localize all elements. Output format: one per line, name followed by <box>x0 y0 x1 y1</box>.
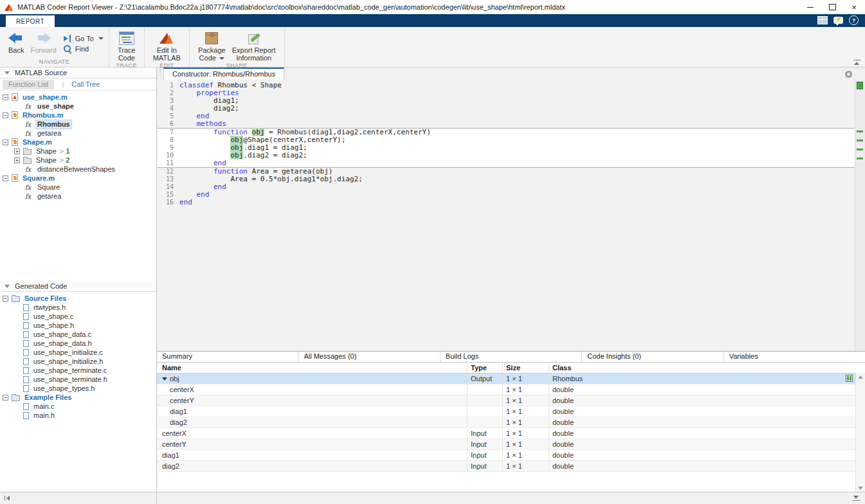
table-row[interactable]: diag21 × 1double <box>157 417 856 428</box>
trace-code-icon <box>119 32 134 45</box>
variables-table-header: Name Type Size Class <box>157 363 856 374</box>
maximize-button[interactable] <box>821 0 843 14</box>
tree-item[interactable]: fxgetarea <box>0 129 156 138</box>
tree-item[interactable]: −Square.m <box>0 174 156 183</box>
tab-variables[interactable]: Variables <box>724 352 865 362</box>
code-text: methods <box>179 120 226 128</box>
scroll-left-icon[interactable] <box>5 496 11 501</box>
collapse-box-icon[interactable]: − <box>3 296 8 302</box>
close-button[interactable]: × <box>843 0 865 14</box>
help-icon[interactable]: ? <box>849 15 859 25</box>
tab-summary[interactable]: Summary <box>157 352 298 362</box>
tab-build-logs[interactable]: Build Logs <box>441 352 582 362</box>
tree-item[interactable]: +Shape>2 <box>0 156 156 165</box>
gear-icon[interactable] <box>845 71 852 78</box>
mfile-script-icon <box>12 93 18 101</box>
column-header-class[interactable]: Class <box>549 363 856 373</box>
tree-item[interactable]: use_shape_terminate.c <box>0 366 156 375</box>
tree-item[interactable]: −Rhombus.m <box>0 111 156 120</box>
tree-item[interactable]: use_shape_terminate.h <box>0 375 156 384</box>
goto-button[interactable]: Go To <box>64 35 104 42</box>
expand-panel-icon[interactable] <box>853 496 860 501</box>
table-row[interactable]: objOutput1 × 1Rhombus <box>157 374 856 384</box>
minimize-button[interactable] <box>799 0 821 14</box>
tree-item[interactable]: rtwtypes.h <box>0 303 156 312</box>
ribbon: Back Forward Go To Find NAVIGATE <box>0 27 865 68</box>
tab-call-tree[interactable]: Call Tree <box>71 80 100 88</box>
tree-item[interactable]: fxRhombus <box>0 120 156 129</box>
code-viewer[interactable]: 1classdef Rhombus < Shape2 properties3 d… <box>157 80 865 351</box>
column-header-name[interactable]: Name <box>157 364 467 372</box>
table-row[interactable]: diag11 × 1double <box>157 406 856 417</box>
cell-type: Input <box>467 450 502 460</box>
tree-item[interactable]: use_shape_data.c <box>0 330 156 339</box>
cell-class: double <box>549 384 856 395</box>
tree-item[interactable]: use_shape_data.h <box>0 339 156 348</box>
collapse-box-icon[interactable]: − <box>3 113 8 118</box>
tree-item[interactable]: use_shape.c <box>0 312 156 321</box>
table-row[interactable]: centerY1 × 1double <box>157 395 856 406</box>
tree-item[interactable]: use_shape_initialize.c <box>0 348 156 357</box>
back-button[interactable]: Back <box>8 30 24 58</box>
code-line: 5 end <box>157 113 855 120</box>
line-number: 9 <box>157 144 179 152</box>
trace-code-button[interactable]: Trace Code <box>118 30 136 62</box>
collapse-box-icon[interactable]: − <box>3 395 8 401</box>
collapse-row-icon[interactable] <box>162 377 167 381</box>
table-row[interactable]: diag1Input1 × 1double <box>157 450 856 461</box>
collapse-box-icon[interactable]: − <box>3 94 8 100</box>
feedback-icon[interactable] <box>833 17 843 24</box>
table-row[interactable]: centerXInput1 × 1double <box>157 428 856 439</box>
column-header-type[interactable]: Type <box>467 363 502 373</box>
tree-item[interactable]: −Example Files <box>0 393 156 402</box>
matlab-source-header[interactable]: MATLAB Source <box>0 68 156 78</box>
layout-icon[interactable] <box>817 16 828 24</box>
expand-box-icon[interactable]: + <box>14 148 20 154</box>
collapse-box-icon[interactable]: − <box>3 176 8 181</box>
scroll-up-icon[interactable] <box>858 375 863 379</box>
tree-item[interactable]: +Shape>1 <box>0 147 156 156</box>
edit-in-matlab-button[interactable]: Edit In MATLAB <box>153 30 181 62</box>
tree-item[interactable]: −use_shape.m <box>0 93 156 102</box>
expand-box-icon[interactable]: + <box>14 158 20 163</box>
export-report-button[interactable]: Export Report Information <box>232 30 276 62</box>
tab-report[interactable]: REPORT <box>6 15 55 27</box>
splitter-handle[interactable]: ⋮ <box>157 69 163 75</box>
table-row[interactable]: diag2Input1 × 1double <box>157 461 856 472</box>
tree-item[interactable]: fxSquare <box>0 183 156 192</box>
cell-name: diag1 <box>157 451 467 459</box>
tree-item-label: use_shape_initialize.c <box>32 348 104 357</box>
variable-preview-icon[interactable] <box>846 375 853 382</box>
cell-class: double <box>549 395 856 406</box>
ribbon-group-trace: Trace Code TRACE <box>109 27 145 67</box>
tree-item[interactable]: −Shape.m <box>0 138 156 147</box>
variable-class: double <box>552 419 574 426</box>
table-scrollbar[interactable] <box>855 373 865 492</box>
tree-item[interactable]: use_shape_types.h <box>0 384 156 393</box>
tree-item[interactable]: −Source Files <box>0 294 156 303</box>
table-row[interactable]: centerX1 × 1double <box>157 384 856 395</box>
tree-item-label: Source Files <box>23 294 68 303</box>
tab-function-list[interactable]: Function List <box>3 80 54 89</box>
code-annotation-bar[interactable] <box>855 80 865 351</box>
scroll-down-icon[interactable] <box>858 487 863 490</box>
tree-item[interactable]: fxdistanceBetweenShapes <box>0 165 156 174</box>
column-header-size[interactable]: Size <box>502 363 549 373</box>
tab-code-insights[interactable]: Code Insights (0) <box>582 352 724 362</box>
tree-item[interactable]: main.h <box>0 411 156 420</box>
tree-item[interactable]: main.c <box>0 402 156 411</box>
generated-code-section: Generated Code −Source Filesrtwtypes.hus… <box>0 281 156 492</box>
tree-item[interactable]: use_shape.h <box>0 321 156 330</box>
table-row[interactable]: centerYInput1 × 1double <box>157 439 856 450</box>
forward-button[interactable]: Forward <box>30 30 56 58</box>
collapse-box-icon[interactable]: − <box>3 140 8 145</box>
find-button[interactable]: Find <box>64 45 104 53</box>
tree-item[interactable]: fxgetarea <box>0 192 156 201</box>
code-tab-constructor[interactable]: Constructor: Rhombus/Rhombus <box>163 68 284 80</box>
tree-item[interactable]: fxuse_shape <box>0 102 156 111</box>
collapse-ribbon-icon[interactable] <box>853 60 860 65</box>
package-code-button[interactable]: Package Code <box>198 30 226 62</box>
tab-all-messages[interactable]: All Messages (0) <box>298 352 440 362</box>
tree-item[interactable]: use_shape_initialize.h <box>0 357 156 366</box>
generated-code-header[interactable]: Generated Code <box>0 281 156 292</box>
